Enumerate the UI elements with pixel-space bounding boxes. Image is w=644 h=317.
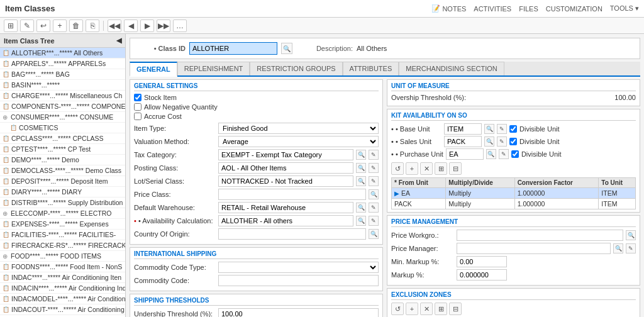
avail-edit-btn[interactable]: ✎ — [369, 216, 379, 226]
tools-button[interactable]: TOOLS ▾ — [610, 4, 639, 13]
table-row[interactable]: PACK Multiply 1.000000 ITEM — [392, 199, 636, 209]
excl-add-btn[interactable]: + — [406, 303, 418, 315]
base-unit-edit-btn[interactable]: ✎ — [497, 124, 507, 134]
kit-delete-btn[interactable]: ✕ — [420, 162, 433, 175]
toolbar-first-btn[interactable]: ◀◀ — [108, 19, 121, 32]
sidebar-item-cpclass[interactable]: 📋 CPCLASS****...***** CPCLASS — [0, 133, 125, 144]
country-search-btn[interactable]: 🔍 — [369, 229, 379, 239]
sidebar-item-allother[interactable]: 📋 ALLOTHER***...***** All Others — [0, 48, 125, 58]
expand-icon[interactable]: ⊕ — [3, 210, 8, 217]
tax-category-input[interactable] — [218, 149, 353, 160]
item-type-select[interactable]: Finished Good — [218, 123, 379, 134]
sidebar-item-distrib[interactable]: 📋 DISTRIB****...***** Supply Distributio… — [0, 197, 125, 208]
toolbar-grid-btn[interactable]: ⊞ — [4, 19, 18, 32]
expand-icon[interactable]: ⊕ — [3, 253, 8, 260]
sidebar-item-food[interactable]: ⊕ FOOD****...***** FOOD ITEMS — [0, 251, 125, 262]
toolbar-more-btn[interactable]: … — [173, 19, 187, 32]
manager-edit-btn[interactable]: ✎ — [626, 243, 636, 253]
purchase-unit-input[interactable] — [446, 148, 484, 160]
price-workgroup-input[interactable] — [457, 230, 623, 241]
sidebar-item-firecracker[interactable]: 📋 FIRECRACKΕ-RS*...***** FIRECRACKE — [0, 240, 125, 251]
sidebar-item-demo[interactable]: 📋 DEMO****...***** Demo — [0, 155, 125, 165]
base-unit-input[interactable] — [444, 123, 482, 135]
class-id-search-btn[interactable]: 🔍 — [281, 43, 292, 54]
sidebar-item-charge[interactable]: 📋 CHARGE****...***** Miscellaneous Ch — [0, 91, 125, 101]
default-warehouse-input[interactable] — [218, 202, 353, 213]
markup-input[interactable] — [457, 269, 507, 281]
undership-input[interactable] — [218, 308, 379, 317]
toolbar-next-btn[interactable]: ▶ — [140, 19, 154, 32]
kit-refresh-btn[interactable]: ↺ — [391, 162, 404, 175]
tax-edit-btn[interactable]: ✎ — [369, 150, 379, 160]
warehouse-search-btn[interactable]: 🔍 — [356, 203, 366, 213]
excl-delete-btn[interactable]: ✕ — [420, 303, 433, 315]
avail-calc-input[interactable] — [218, 215, 353, 226]
valuation-select[interactable]: Average — [218, 136, 379, 147]
warehouse-edit-btn[interactable]: ✎ — [369, 203, 379, 213]
price-search-btn[interactable]: 🔍 — [369, 189, 379, 199]
tab-merch[interactable]: MERCHANDISING SECTION — [399, 62, 504, 75]
accrue-cost-checkbox[interactable] — [134, 113, 142, 120]
tab-replenishment[interactable]: REPLENISHMENT — [177, 62, 250, 75]
sales-unit-search-btn[interactable]: 🔍 — [484, 136, 494, 147]
toolbar-undo-btn[interactable]: ↩ — [36, 19, 50, 32]
allow-negative-checkbox[interactable] — [134, 103, 142, 111]
notes-button[interactable]: 📝 NOTES — [431, 4, 466, 13]
posting-edit-btn[interactable]: ✎ — [369, 163, 379, 173]
sidebar-item-apparels[interactable]: 📋 APPARELS*...***** APPARELSs — [0, 58, 125, 69]
purchase-unit-search-btn[interactable]: 🔍 — [486, 149, 496, 159]
sidebar-item-bag[interactable]: 📋 BAG****...***** BAG — [0, 69, 125, 80]
commodity-code-input[interactable] — [218, 275, 379, 286]
posting-search-btn[interactable]: 🔍 — [356, 163, 366, 173]
sidebar-item-democlass[interactable]: 📋 DEMOCLASS-****...***** Demo Class — [0, 165, 125, 176]
sidebar-item-indac[interactable]: 📋 INDAC****...***** Air Conditioning Ite… — [0, 272, 125, 283]
workgroup-search-btn[interactable]: 🔍 — [626, 230, 636, 240]
country-origin-input[interactable] — [218, 228, 366, 240]
table-row[interactable]: ▶ EA Multiply 1.000000 ITEM — [392, 188, 636, 199]
excl-refresh-btn[interactable]: ↺ — [391, 303, 404, 315]
sidebar-item-expenses[interactable]: 📋 EXPENSES-****...***** Expenses — [0, 219, 125, 230]
tax-search-btn[interactable]: 🔍 — [356, 150, 366, 160]
purchase-divisible-checkbox[interactable] — [511, 150, 519, 158]
posting-class-input[interactable] — [218, 162, 353, 174]
sidebar-item-basin[interactable]: 📋 BASIN****...***** — [0, 80, 125, 91]
excl-nav1-btn[interactable]: ⊞ — [435, 303, 447, 315]
tab-restriction[interactable]: RESTRICTION GROUPS — [250, 62, 342, 75]
sidebar-item-indacout[interactable]: 📋 INDACOUT-****...***** Air Conditioning… — [0, 304, 125, 315]
sidebar-item-facilities[interactable]: 📋 FACILITIES-****...***** FACILITIES- — [0, 230, 125, 240]
base-unit-search-btn[interactable]: 🔍 — [484, 124, 494, 134]
toolbar-last-btn[interactable]: ▶▶ — [157, 19, 170, 32]
sidebar-item-components[interactable]: 📋 COMPONENTS-****...***** COMPONENTS — [0, 101, 125, 112]
sidebar-item-foodns[interactable]: 📋 FOODNS****...***** Food Item - NonS — [0, 262, 125, 272]
stock-item-checkbox[interactable] — [134, 94, 142, 101]
sidebar-item-consumer[interactable]: ⊕ CONSUMER****...***** CONSUME — [0, 112, 125, 123]
lot-edit-btn[interactable]: ✎ — [369, 176, 379, 186]
sidebar-item-diary[interactable]: 📋 DIARY****...***** DIARY — [0, 187, 125, 197]
sidebar-item-indacmodel[interactable]: 📋 INDACMODEL-****...***** Air Conditioni… — [0, 294, 125, 304]
toolbar-delete-btn[interactable]: 🗑 — [69, 19, 83, 32]
toolbar-prev-btn[interactable]: ◀ — [124, 19, 138, 32]
avail-search-btn[interactable]: 🔍 — [356, 216, 366, 226]
sidebar-item-eleccomp[interactable]: ⊕ ELECCOMP-****...***** ELECTRO — [0, 208, 125, 219]
sales-unit-edit-btn[interactable]: ✎ — [497, 136, 507, 147]
lot-search-btn[interactable]: 🔍 — [356, 176, 366, 186]
sidebar-item-cptest[interactable]: 📋 CPTEST****...***** CP Test — [0, 144, 125, 155]
sales-divisible-checkbox[interactable] — [509, 138, 517, 145]
files-button[interactable]: FILES — [519, 5, 538, 13]
min-markup-input[interactable] — [457, 256, 507, 267]
sidebar-item-cosmetics[interactable]: 📋 COSMETICS — [0, 123, 125, 133]
kit-add-btn[interactable]: + — [406, 162, 418, 175]
lot-serial-input[interactable] — [218, 175, 353, 187]
price-class-input[interactable] — [218, 189, 366, 200]
sidebar-item-indacin[interactable]: 📋 INDACIN****...***** Air Conditioning I… — [0, 283, 125, 294]
commodity-type-select[interactable] — [218, 262, 379, 273]
toolbar-add-btn[interactable]: + — [53, 19, 67, 32]
customization-button[interactable]: CUSTOMIZATION — [546, 5, 602, 13]
kit-nav2-btn[interactable]: ⊟ — [449, 162, 462, 175]
sidebar-item-deposit[interactable]: 📋 DEPOSIT****...***** Deposit Item — [0, 176, 125, 187]
excl-nav2-btn[interactable]: ⊟ — [449, 303, 462, 315]
toolbar-copy-btn[interactable]: ⎘ — [86, 19, 99, 32]
base-divisible-checkbox[interactable] — [509, 125, 517, 133]
expand-icon[interactable]: ⊕ — [3, 114, 8, 121]
purchase-unit-edit-btn[interactable]: ✎ — [499, 149, 509, 159]
